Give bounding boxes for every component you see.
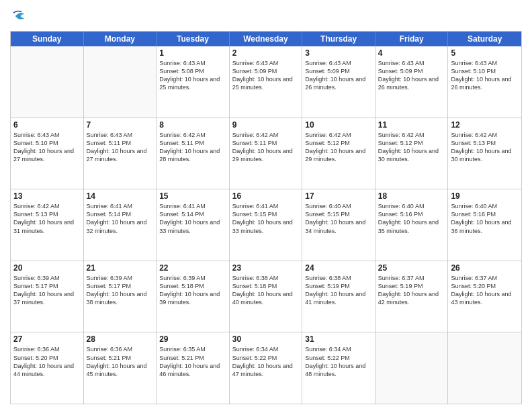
day-info: Sunrise: 6:39 AM Sunset: 5:18 PM Dayligh… <box>159 274 226 307</box>
calendar-cell-day-21: 21Sunrise: 6:39 AM Sunset: 5:17 PM Dayli… <box>84 261 157 332</box>
day-number: 9 <box>232 120 300 130</box>
day-number: 16 <box>232 191 300 201</box>
calendar-cell-day-1: 1Sunrise: 6:43 AM Sunset: 5:08 PM Daylig… <box>157 46 230 118</box>
day-number: 30 <box>232 334 300 344</box>
calendar-cell-day-12: 12Sunrise: 6:42 AM Sunset: 5:13 PM Dayli… <box>448 118 521 189</box>
calendar-cell-day-7: 7Sunrise: 6:43 AM Sunset: 5:11 PM Daylig… <box>84 118 157 189</box>
calendar-cell-day-10: 10Sunrise: 6:42 AM Sunset: 5:12 PM Dayli… <box>302 118 375 189</box>
day-number: 7 <box>87 120 154 130</box>
day-info: Sunrise: 6:43 AM Sunset: 5:10 PM Dayligh… <box>451 59 519 92</box>
logo-icon <box>10 7 29 26</box>
day-info: Sunrise: 6:37 AM Sunset: 5:19 PM Dayligh… <box>378 274 445 307</box>
calendar-header-wednesday: Wednesday <box>230 32 303 46</box>
calendar-header-thursday: Thursday <box>302 32 375 46</box>
day-number: 11 <box>378 120 445 130</box>
calendar-cell-day-8: 8Sunrise: 6:42 AM Sunset: 5:11 PM Daylig… <box>157 118 230 189</box>
day-info: Sunrise: 6:36 AM Sunset: 5:20 PM Dayligh… <box>13 345 81 378</box>
calendar-cell-day-30: 30Sunrise: 6:34 AM Sunset: 5:22 PM Dayli… <box>230 332 303 404</box>
calendar-cell-day-27: 27Sunrise: 6:36 AM Sunset: 5:20 PM Dayli… <box>11 332 84 404</box>
calendar-cell-empty <box>84 46 157 118</box>
day-info: Sunrise: 6:37 AM Sunset: 5:20 PM Dayligh… <box>451 274 519 307</box>
calendar-body: 1Sunrise: 6:43 AM Sunset: 5:08 PM Daylig… <box>11 46 521 404</box>
day-number: 13 <box>13 191 81 201</box>
day-number: 22 <box>159 263 226 273</box>
calendar-week-5: 27Sunrise: 6:36 AM Sunset: 5:20 PM Dayli… <box>11 332 521 404</box>
calendar-cell-day-31: 31Sunrise: 6:34 AM Sunset: 5:22 PM Dayli… <box>302 332 375 404</box>
day-info: Sunrise: 6:39 AM Sunset: 5:17 PM Dayligh… <box>13 274 81 307</box>
calendar-header-tuesday: Tuesday <box>157 32 230 46</box>
day-number: 15 <box>159 191 226 201</box>
calendar-cell-day-13: 13Sunrise: 6:42 AM Sunset: 5:13 PM Dayli… <box>11 189 84 261</box>
calendar-cell-day-4: 4Sunrise: 6:43 AM Sunset: 5:09 PM Daylig… <box>375 46 449 118</box>
day-info: Sunrise: 6:40 AM Sunset: 5:16 PM Dayligh… <box>378 202 445 235</box>
day-info: Sunrise: 6:41 AM Sunset: 5:15 PM Dayligh… <box>232 202 300 235</box>
day-info: Sunrise: 6:42 AM Sunset: 5:11 PM Dayligh… <box>159 131 226 164</box>
calendar-cell-day-23: 23Sunrise: 6:38 AM Sunset: 5:18 PM Dayli… <box>230 261 303 332</box>
day-info: Sunrise: 6:38 AM Sunset: 5:18 PM Dayligh… <box>232 274 300 307</box>
calendar-header-saturday: Saturday <box>448 32 521 46</box>
day-info: Sunrise: 6:40 AM Sunset: 5:16 PM Dayligh… <box>451 202 519 235</box>
calendar: SundayMondayTuesdayWednesdayThursdayFrid… <box>10 31 522 404</box>
calendar-cell-day-22: 22Sunrise: 6:39 AM Sunset: 5:18 PM Dayli… <box>157 261 230 332</box>
day-info: Sunrise: 6:41 AM Sunset: 5:14 PM Dayligh… <box>159 202 226 235</box>
calendar-cell-day-5: 5Sunrise: 6:43 AM Sunset: 5:10 PM Daylig… <box>448 46 521 118</box>
day-info: Sunrise: 6:34 AM Sunset: 5:22 PM Dayligh… <box>305 345 372 378</box>
day-info: Sunrise: 6:43 AM Sunset: 5:09 PM Dayligh… <box>305 59 372 92</box>
calendar-week-2: 6Sunrise: 6:43 AM Sunset: 5:10 PM Daylig… <box>11 118 521 190</box>
calendar-cell-day-28: 28Sunrise: 6:36 AM Sunset: 5:21 PM Dayli… <box>84 332 157 404</box>
day-number: 3 <box>305 48 372 58</box>
calendar-cell-day-25: 25Sunrise: 6:37 AM Sunset: 5:19 PM Dayli… <box>375 261 449 332</box>
day-number: 10 <box>305 120 372 130</box>
calendar-cell-day-3: 3Sunrise: 6:43 AM Sunset: 5:09 PM Daylig… <box>302 46 375 118</box>
day-number: 23 <box>232 263 300 273</box>
day-info: Sunrise: 6:43 AM Sunset: 5:11 PM Dayligh… <box>87 131 154 164</box>
calendar-week-3: 13Sunrise: 6:42 AM Sunset: 5:13 PM Dayli… <box>11 189 521 261</box>
day-number: 5 <box>451 48 519 58</box>
day-info: Sunrise: 6:42 AM Sunset: 5:12 PM Dayligh… <box>378 131 445 164</box>
calendar-cell-day-16: 16Sunrise: 6:41 AM Sunset: 5:15 PM Dayli… <box>230 189 303 261</box>
day-number: 2 <box>232 48 300 58</box>
calendar-cell-day-17: 17Sunrise: 6:40 AM Sunset: 5:15 PM Dayli… <box>302 189 375 261</box>
day-info: Sunrise: 6:41 AM Sunset: 5:14 PM Dayligh… <box>87 202 154 235</box>
day-number: 19 <box>451 191 519 201</box>
calendar-cell-day-24: 24Sunrise: 6:38 AM Sunset: 5:19 PM Dayli… <box>302 261 375 332</box>
day-info: Sunrise: 6:43 AM Sunset: 5:08 PM Dayligh… <box>159 59 226 92</box>
calendar-cell-day-15: 15Sunrise: 6:41 AM Sunset: 5:14 PM Dayli… <box>157 189 230 261</box>
page: SundayMondayTuesdayWednesdayThursdayFrid… <box>0 0 532 411</box>
day-number: 1 <box>159 48 226 58</box>
calendar-header-row: SundayMondayTuesdayWednesdayThursdayFrid… <box>11 32 521 46</box>
day-info: Sunrise: 6:43 AM Sunset: 5:09 PM Dayligh… <box>378 59 445 92</box>
calendar-cell-day-6: 6Sunrise: 6:43 AM Sunset: 5:10 PM Daylig… <box>11 118 84 189</box>
day-info: Sunrise: 6:42 AM Sunset: 5:13 PM Dayligh… <box>13 202 81 235</box>
day-info: Sunrise: 6:43 AM Sunset: 5:09 PM Dayligh… <box>232 59 300 92</box>
calendar-cell-day-19: 19Sunrise: 6:40 AM Sunset: 5:16 PM Dayli… <box>448 189 521 261</box>
day-info: Sunrise: 6:36 AM Sunset: 5:21 PM Dayligh… <box>87 345 154 378</box>
calendar-cell-day-2: 2Sunrise: 6:43 AM Sunset: 5:09 PM Daylig… <box>230 46 303 118</box>
day-info: Sunrise: 6:34 AM Sunset: 5:22 PM Dayligh… <box>232 345 300 378</box>
day-number: 21 <box>87 263 154 273</box>
calendar-cell-day-11: 11Sunrise: 6:42 AM Sunset: 5:12 PM Dayli… <box>375 118 449 189</box>
day-number: 24 <box>305 263 372 273</box>
day-info: Sunrise: 6:42 AM Sunset: 5:12 PM Dayligh… <box>305 131 372 164</box>
calendar-week-4: 20Sunrise: 6:39 AM Sunset: 5:17 PM Dayli… <box>11 261 521 333</box>
day-number: 26 <box>451 263 519 273</box>
day-number: 14 <box>87 191 154 201</box>
day-number: 8 <box>159 120 226 130</box>
calendar-header-monday: Monday <box>84 32 157 46</box>
calendar-cell-day-18: 18Sunrise: 6:40 AM Sunset: 5:16 PM Dayli… <box>375 189 449 261</box>
day-number: 12 <box>451 120 519 130</box>
calendar-cell-day-14: 14Sunrise: 6:41 AM Sunset: 5:14 PM Dayli… <box>84 189 157 261</box>
logo <box>10 7 32 26</box>
day-number: 6 <box>13 120 81 130</box>
day-number: 4 <box>378 48 445 58</box>
header <box>10 7 522 26</box>
calendar-cell-empty <box>375 332 449 404</box>
calendar-cell-day-20: 20Sunrise: 6:39 AM Sunset: 5:17 PM Dayli… <box>11 261 84 332</box>
calendar-header-sunday: Sunday <box>11 32 84 46</box>
day-number: 27 <box>13 334 81 344</box>
day-info: Sunrise: 6:40 AM Sunset: 5:15 PM Dayligh… <box>305 202 372 235</box>
calendar-cell-empty <box>11 46 84 118</box>
day-number: 29 <box>159 334 226 344</box>
day-info: Sunrise: 6:42 AM Sunset: 5:13 PM Dayligh… <box>451 131 519 164</box>
day-number: 31 <box>305 334 372 344</box>
